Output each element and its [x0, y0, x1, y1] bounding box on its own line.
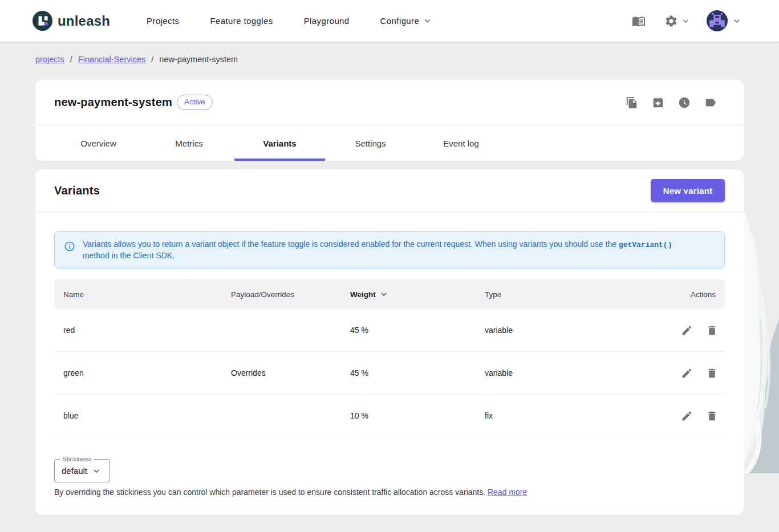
variants-heading: Variants [54, 184, 100, 197]
tag-button[interactable] [704, 96, 717, 109]
status-badge: Active [177, 95, 213, 110]
tab-overview[interactable]: Overview [53, 125, 144, 161]
feature-header-card: new-payment-system Active Overview Me [35, 80, 744, 161]
column-header-payload: Payload/Overrides [231, 290, 350, 299]
info-alert-text: Variants allows you to return a variant … [83, 238, 672, 261]
pencil-icon [681, 367, 693, 379]
breadcrumb-projects[interactable]: projects [35, 55, 64, 64]
active-tab-indicator [234, 159, 325, 161]
avatar [707, 10, 728, 31]
breadcrumb: projects / Financial-Services / new-paym… [35, 42, 744, 65]
sort-descending-icon [379, 289, 389, 299]
pencil-icon [681, 324, 693, 336]
column-header-weight[interactable]: Weight [350, 289, 485, 299]
feature-title: new-payment-system [54, 96, 172, 109]
variant-name: blue [54, 411, 231, 420]
variant-type: fix [485, 411, 633, 420]
profile-menu-button[interactable] [707, 10, 743, 31]
delete-variant-button[interactable] [706, 367, 718, 379]
trash-icon [706, 367, 718, 379]
variant-weight: 45 % [350, 368, 485, 377]
variant-weight: 45 % [350, 326, 485, 335]
table-row: red 45 % variable [54, 309, 725, 352]
variants-table: Name Payload/Overrides Weight Type Actio… [54, 279, 725, 437]
archive-icon [652, 96, 664, 109]
variant-weight: 10 % [350, 411, 485, 420]
edit-variant-button[interactable] [681, 410, 693, 422]
edit-variant-button[interactable] [681, 367, 693, 379]
trash-icon [706, 410, 718, 422]
info-icon [64, 238, 75, 261]
delete-variant-button[interactable] [706, 324, 718, 336]
chevron-down-icon [422, 15, 433, 26]
top-navbar: unleash Projects Feature toggles Playgro… [0, 0, 779, 42]
clock-icon [678, 96, 691, 109]
copy-feature-button[interactable] [626, 96, 638, 109]
nav-configure[interactable]: Configure [365, 10, 449, 32]
breadcrumb-separator: / [151, 55, 153, 64]
settings-button[interactable] [664, 14, 691, 28]
breadcrumb-project-name[interactable]: Financial-Services [78, 55, 145, 64]
column-header-actions: Actions [633, 290, 725, 299]
decorative-feather-texture [743, 205, 779, 473]
variant-type: variable [485, 326, 633, 335]
code-snippet: getVariant() [619, 241, 672, 249]
delete-variant-button[interactable] [706, 410, 718, 422]
new-variant-button[interactable]: New variant [651, 179, 725, 202]
tab-variants[interactable]: Variants [234, 125, 325, 161]
breadcrumb-current: new-payment-system [159, 55, 238, 64]
read-more-link[interactable]: Read more [488, 488, 527, 497]
copy-icon [626, 96, 638, 109]
table-row: green Overrides 45 % variable [54, 352, 725, 395]
nav-playground[interactable]: Playground [289, 10, 365, 32]
column-header-name: Name [54, 290, 231, 299]
gear-icon [664, 14, 678, 28]
card-divider [35, 212, 744, 212]
stickiness-description: By overriding the stickiness you can con… [54, 488, 725, 497]
main-nav: Projects Feature toggles Playground Conf… [131, 10, 448, 32]
variant-type: variable [485, 368, 633, 377]
variant-name: green [54, 368, 231, 377]
breadcrumb-separator: / [70, 55, 72, 64]
history-button[interactable] [678, 96, 691, 109]
nav-feature-toggles[interactable]: Feature toggles [194, 10, 288, 32]
tab-settings[interactable]: Settings [325, 125, 416, 161]
feature-tabs: Overview Metrics Variants Settings Event… [35, 125, 744, 161]
unleash-logo[interactable]: unleash [33, 11, 110, 31]
table-header-row: Name Payload/Overrides Weight Type Actio… [54, 279, 725, 309]
chevron-down-icon [731, 15, 743, 27]
trash-icon [706, 324, 718, 336]
tag-icon [704, 96, 717, 109]
nav-projects[interactable]: Projects [131, 10, 194, 32]
unleash-logo-icon [33, 11, 52, 31]
book-icon [632, 14, 646, 28]
pencil-icon [681, 410, 693, 422]
tab-event-log[interactable]: Event log [416, 125, 506, 161]
stickiness-value: default [62, 466, 87, 476]
documentation-button[interactable] [632, 14, 646, 28]
table-row: blue 10 % fix [54, 395, 725, 437]
column-header-type: Type [485, 290, 633, 299]
variant-name: red [54, 326, 231, 335]
variants-card: Variants New variant Variants allows you… [35, 169, 744, 515]
chevron-down-icon [680, 16, 691, 26]
brand-name: unleash [58, 13, 110, 29]
chevron-down-icon [91, 465, 102, 477]
archive-feature-button[interactable] [652, 96, 664, 109]
tab-metrics[interactable]: Metrics [144, 125, 234, 161]
info-alert: Variants allows you to return a variant … [54, 231, 725, 269]
edit-variant-button[interactable] [681, 324, 693, 336]
variant-payload: Overrides [231, 368, 350, 377]
stickiness-label: Stickiness [60, 456, 94, 462]
stickiness-select[interactable]: Stickiness default [54, 459, 110, 482]
